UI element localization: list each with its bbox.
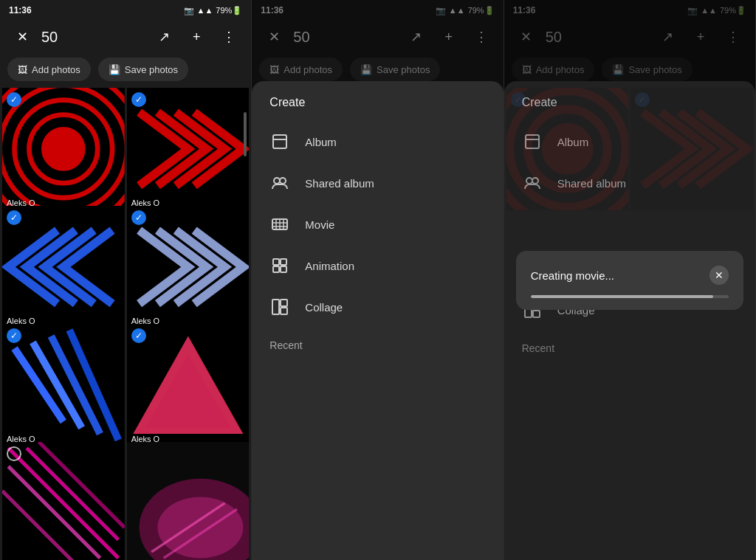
- progress-bar-fill-3: [531, 295, 713, 298]
- recent-title-3: Recent: [504, 331, 755, 360]
- animation-label-2: Animation: [305, 260, 354, 272]
- artwork-pink-lines-1: [2, 442, 125, 560]
- album-label-2: Album: [305, 136, 337, 148]
- share-button-1[interactable]: ↗: [151, 24, 177, 50]
- panel-2: 11:36 📷 ▲▲ 79%🔋 ✕ 50 ↗ + ⋮ 🖼 Add photos …: [252, 0, 504, 560]
- svg-point-36: [274, 178, 280, 184]
- save-photos-icon-1: 💾: [109, 64, 120, 75]
- dialog-header-3: Creating movie... ✕: [531, 266, 729, 285]
- shared-album-label-2: Shared album: [305, 177, 374, 190]
- action-row-1: 🖼 Add photos 💾 Save photos: [0, 53, 251, 86]
- close-button-1[interactable]: ✕: [9, 24, 35, 50]
- photo-cell-1-2[interactable]: ✓ Aleks O: [127, 88, 250, 210]
- photo-icon-1: 📷: [184, 6, 194, 15]
- svg-rect-47: [281, 266, 286, 272]
- album-label-3: Album: [557, 136, 589, 148]
- dialog-close-btn-3[interactable]: ✕: [709, 266, 729, 285]
- shared-album-label-3: Shared album: [557, 177, 626, 190]
- check-badge-1-6: ✓: [131, 328, 146, 343]
- photo-cell-1-8[interactable]: [127, 442, 250, 560]
- check-badge-1-4: ✓: [131, 210, 146, 225]
- creating-movie-dialog: Creating movie... ✕: [516, 251, 743, 310]
- svg-rect-45: [281, 259, 286, 265]
- panel-3: 11:36 📷 ▲▲ 79%🔋 ✕ 50 ↗ + ⋮ 🖼 Add photos …: [504, 0, 756, 560]
- photo-cell-1-4[interactable]: ✓ Aleks O: [127, 206, 250, 328]
- status-bar-1: 11:36 📷 ▲▲ 79%🔋: [0, 0, 251, 21]
- dropdown-item-shared-3[interactable]: Shared album: [504, 162, 755, 204]
- shared-svg-3: [523, 174, 541, 192]
- svg-rect-48: [272, 300, 279, 314]
- photo-cell-1-7[interactable]: [2, 442, 125, 560]
- svg-rect-57: [526, 135, 539, 148]
- scroll-indicator-1: [244, 112, 247, 156]
- album-svg-3: [523, 133, 541, 151]
- shared-album-icon-3: [522, 173, 543, 193]
- menu-button-1[interactable]: ⋮: [216, 24, 242, 50]
- dropdown-title-2: Create: [252, 96, 503, 121]
- check-empty-1-7: [7, 446, 21, 461]
- add-photos-icon-1: 🖼: [18, 64, 27, 75]
- dropdown-item-movie-2[interactable]: Movie: [252, 204, 503, 245]
- album-svg-2: [271, 133, 289, 151]
- top-bar-1: ✕ 50 ↗ + ⋮: [0, 21, 251, 53]
- svg-rect-9: [2, 324, 125, 446]
- dropdown-item-animation-2[interactable]: Animation: [252, 245, 503, 286]
- photo-cell-1-5[interactable]: ✓ Aleks O: [2, 324, 125, 446]
- collage-icon-2: [269, 297, 290, 317]
- save-photos-btn-1[interactable]: 💾 Save photos: [98, 58, 188, 81]
- movie-label-2: Movie: [305, 218, 334, 231]
- check-badge-1-2: ✓: [131, 92, 146, 107]
- dropdown-menu-2: Create Album Shared album: [252, 81, 503, 560]
- panel-1: 11:36 📷 ▲▲ 79%🔋 ✕ 50 ↗ + ⋮ 🖼 Add photos …: [0, 0, 252, 560]
- movie-svg-2: [271, 215, 289, 233]
- dialog-title-3: Creating movie...: [531, 269, 614, 282]
- svg-point-59: [526, 178, 532, 184]
- progress-bar-bg-3: [531, 295, 729, 298]
- recent-title-2: Recent: [252, 328, 503, 357]
- add-photos-btn-1[interactable]: 🖼 Add photos: [7, 58, 91, 81]
- shared-svg-2: [271, 174, 289, 192]
- dropdown-item-shared-2[interactable]: Shared album: [252, 162, 503, 204]
- photo-cell-1-3[interactable]: ✓ Aleks O: [2, 206, 125, 328]
- svg-rect-49: [281, 300, 287, 306]
- svg-point-37: [280, 178, 286, 184]
- artwork-pink-triangle-1: [127, 324, 250, 446]
- photo-grid-1: ✓ Aleks O ✓ Aleks O ✓: [0, 86, 251, 560]
- movie-icon-2: [269, 214, 290, 235]
- artwork-red-chevrons-1: [127, 88, 250, 210]
- animation-icon-2: [269, 255, 290, 276]
- animation-svg-2: [271, 257, 289, 274]
- artwork-pink-blur-1: [127, 442, 250, 560]
- save-photos-label-1: Save photos: [125, 64, 178, 75]
- artwork-bluegrey-chevrons-1: [127, 206, 250, 328]
- svg-point-25: [157, 497, 243, 559]
- svg-rect-46: [273, 266, 279, 272]
- svg-rect-50: [281, 308, 287, 314]
- svg-rect-44: [273, 259, 279, 265]
- dropdown-item-album-3[interactable]: Album: [504, 121, 755, 162]
- album-icon-2: [269, 131, 290, 152]
- photo-cell-1-1[interactable]: ✓ Aleks O: [2, 88, 125, 210]
- collage-svg-2: [271, 298, 289, 316]
- status-icons-1: 📷 ▲▲ 79%🔋: [184, 6, 243, 15]
- svg-rect-67: [533, 311, 540, 317]
- add-photos-label-1: Add photos: [32, 64, 80, 75]
- svg-rect-34: [273, 135, 286, 148]
- artwork-red-circles-1: [2, 88, 125, 210]
- dropdown-item-album-2[interactable]: Album: [252, 121, 503, 162]
- check-badge-1-5: ✓: [7, 328, 21, 343]
- album-icon-3: [522, 131, 543, 152]
- artwork-blue-chevrons-1: [2, 206, 125, 328]
- count-1: 50: [41, 29, 145, 46]
- shared-album-icon-2: [269, 173, 290, 193]
- signal-icon-1: ▲▲: [197, 6, 213, 15]
- status-time-1: 11:36: [9, 5, 32, 15]
- dropdown-item-collage-2[interactable]: Collage: [252, 286, 503, 328]
- dropdown-title-3: Create: [504, 96, 755, 121]
- collage-label-2: Collage: [305, 301, 343, 314]
- artwork-blue-abstract-1: [2, 324, 125, 446]
- battery-icon-1: 79%🔋: [216, 6, 242, 15]
- add-button-1[interactable]: +: [183, 24, 210, 50]
- photo-cell-1-6[interactable]: ✓ Aleks O: [127, 324, 250, 446]
- svg-point-60: [532, 178, 538, 184]
